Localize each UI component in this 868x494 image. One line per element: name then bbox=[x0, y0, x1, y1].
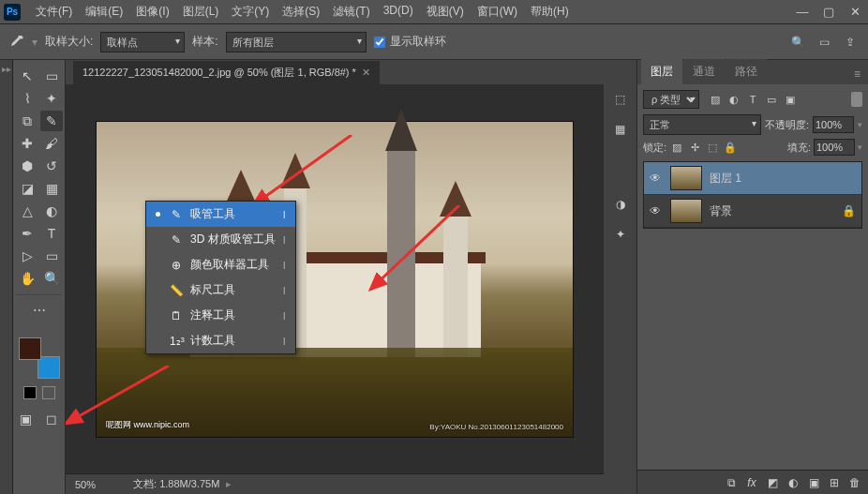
fill-input[interactable] bbox=[814, 139, 855, 156]
dock-swatches-icon[interactable]: ▦ bbox=[608, 118, 633, 141]
close-tab-icon[interactable]: ✕ bbox=[362, 67, 370, 79]
hand-tool[interactable]: ✋ bbox=[16, 268, 38, 289]
document-tab[interactable]: 12122227_123051482000_2.jpg @ 50% (图层 1,… bbox=[73, 61, 380, 84]
menu-edit[interactable]: 编辑(E) bbox=[80, 0, 128, 23]
blend-mode-select[interactable]: 正常 bbox=[643, 114, 761, 135]
filter-shape-icon[interactable]: ▭ bbox=[763, 91, 780, 108]
menu-select[interactable]: 选择(S) bbox=[277, 0, 325, 23]
flyout-color-sampler[interactable]: ⊕ 颜色取样器工具 I bbox=[146, 252, 295, 277]
menu-view[interactable]: 视图(V) bbox=[421, 0, 470, 23]
shape-tool[interactable]: ▭ bbox=[40, 246, 63, 266]
visibility-icon[interactable]: 👁 bbox=[650, 204, 663, 217]
menu-3d[interactable]: 3D(D) bbox=[378, 0, 419, 23]
minimize-button[interactable]: — bbox=[789, 3, 816, 22]
tab-layers[interactable]: 图层 bbox=[641, 59, 682, 84]
quick-mask-icon[interactable] bbox=[42, 386, 55, 399]
close-button[interactable]: ✕ bbox=[842, 3, 868, 22]
layer-row[interactable]: 👁 背景 🔒 bbox=[644, 195, 861, 228]
new-layer-icon[interactable]: ⊞ bbox=[827, 475, 842, 490]
layer-name[interactable]: 图层 1 bbox=[710, 171, 741, 187]
quick-select-tool[interactable]: ✦ bbox=[40, 88, 63, 109]
menu-help[interactable]: 帮助(H) bbox=[525, 0, 575, 23]
edit-toolbar-button[interactable]: ⋯ bbox=[28, 300, 51, 321]
lock-label: 锁定: bbox=[643, 141, 666, 155]
menu-type[interactable]: 文字(Y) bbox=[226, 0, 275, 23]
dodge-tool[interactable]: ◐ bbox=[40, 201, 63, 221]
filter-type-icon[interactable]: T bbox=[744, 91, 761, 108]
show-ring-checkbox-wrap[interactable]: 显示取样环 bbox=[374, 34, 446, 50]
sample-size-select[interactable]: 取样点 bbox=[100, 32, 185, 52]
layer-filter-select[interactable]: ρ 类型 bbox=[643, 90, 699, 109]
menu-image[interactable]: 图像(I) bbox=[130, 0, 174, 23]
lock-pixels-icon[interactable]: ▨ bbox=[669, 140, 684, 155]
eraser-tool[interactable]: ◪ bbox=[16, 178, 38, 199]
foreground-color-swatch[interactable] bbox=[19, 337, 41, 360]
dock-color-icon[interactable]: ⬚ bbox=[608, 88, 633, 111]
flyout-count[interactable]: 1₂³ 计数工具 I bbox=[146, 328, 295, 353]
color-swatches[interactable] bbox=[19, 337, 60, 379]
default-colors-icon[interactable] bbox=[23, 386, 37, 399]
pen-tool[interactable]: ✒ bbox=[16, 223, 38, 244]
menu-filter[interactable]: 滤镜(T) bbox=[327, 0, 375, 23]
zoom-level[interactable]: 50% bbox=[75, 479, 96, 490]
workspace-icon[interactable]: ▭ bbox=[816, 35, 832, 50]
tab-channels[interactable]: 通道 bbox=[683, 59, 725, 84]
clone-stamp-tool[interactable]: ⬢ bbox=[16, 156, 38, 176]
lock-position-icon[interactable]: ✢ bbox=[687, 140, 702, 155]
flyout-ruler[interactable]: 📏 标尺工具 I bbox=[146, 277, 295, 303]
brush-tool[interactable]: 🖌 bbox=[40, 133, 63, 154]
lock-artboard-icon[interactable]: ⬚ bbox=[705, 140, 720, 155]
gradient-tool[interactable]: ▦ bbox=[40, 178, 63, 199]
blur-tool[interactable]: △ bbox=[16, 201, 38, 221]
menu-file[interactable]: 文件(F) bbox=[30, 0, 78, 23]
dock-styles-icon[interactable]: ✦ bbox=[608, 223, 633, 246]
visibility-icon[interactable]: 👁 bbox=[650, 172, 663, 185]
panel-menu-icon[interactable]: ≡ bbox=[846, 64, 868, 84]
collapse-arrows-icon[interactable]: ▸▸ bbox=[2, 64, 11, 74]
type-tool[interactable]: T bbox=[40, 223, 63, 244]
show-ring-checkbox[interactable] bbox=[374, 37, 385, 48]
history-brush-tool[interactable]: ↺ bbox=[40, 156, 63, 176]
layer-name[interactable]: 背景 bbox=[710, 203, 732, 219]
marquee-tool[interactable]: ▭ bbox=[40, 66, 63, 86]
flyout-note[interactable]: 🗒 注释工具 I bbox=[146, 303, 295, 328]
opacity-input[interactable] bbox=[813, 116, 854, 133]
lasso-tool[interactable]: ⌇ bbox=[16, 88, 38, 109]
screen-mode2-icon[interactable]: ◻ bbox=[42, 409, 63, 429]
crop-tool[interactable]: ⧉ bbox=[16, 111, 38, 131]
group-icon[interactable]: ▣ bbox=[806, 475, 821, 490]
annotation-arrow-2 bbox=[366, 205, 469, 299]
zoom-tool[interactable]: 🔍 bbox=[40, 268, 63, 289]
tab-paths[interactable]: 路径 bbox=[726, 59, 767, 84]
lock-all-icon[interactable]: 🔒 bbox=[723, 140, 738, 155]
status-caret-icon[interactable]: ▸ bbox=[226, 478, 232, 489]
adjustment-layer-icon[interactable]: ◐ bbox=[786, 475, 801, 490]
path-select-tool[interactable]: ▷ bbox=[16, 246, 38, 266]
layer-thumbnail[interactable] bbox=[670, 166, 702, 190]
move-tool[interactable]: ↖ bbox=[16, 66, 38, 86]
sample-select[interactable]: 所有图层 bbox=[226, 32, 367, 52]
annotation-arrow-3 bbox=[66, 366, 178, 431]
right-panels: ⬚ ▦ ◑ ✦ 图层 通道 路径 ≡ ρ 类型 ▨ ◐ T ▭ bbox=[604, 60, 868, 494]
delete-layer-icon[interactable]: 🗑 bbox=[847, 475, 862, 490]
layer-thumbnail[interactable] bbox=[670, 199, 702, 223]
filter-pixel-icon[interactable]: ▨ bbox=[707, 91, 724, 108]
maximize-button[interactable]: ▢ bbox=[816, 3, 842, 22]
filter-toggle[interactable] bbox=[851, 92, 862, 107]
link-layers-icon[interactable]: ⧉ bbox=[724, 475, 739, 490]
search-icon[interactable]: 🔍 bbox=[789, 35, 806, 50]
menu-layer[interactable]: 图层(L) bbox=[177, 0, 225, 23]
layer-row[interactable]: 👁 图层 1 bbox=[644, 162, 861, 195]
healing-brush-tool[interactable]: ✚ bbox=[16, 133, 38, 154]
eyedropper-tool[interactable]: ✎ bbox=[40, 111, 63, 131]
layer-fx-icon[interactable]: fx bbox=[744, 475, 759, 490]
filter-smart-icon[interactable]: ▣ bbox=[782, 91, 799, 108]
dock-adjustments-icon[interactable]: ◑ bbox=[608, 193, 633, 216]
screen-mode-icon[interactable]: ▣ bbox=[16, 409, 37, 429]
layer-mask-icon[interactable]: ◩ bbox=[765, 475, 780, 490]
menu-window[interactable]: 窗口(W) bbox=[471, 0, 523, 23]
flyout-eyedropper[interactable]: ✎ 吸管工具 I bbox=[146, 202, 295, 227]
share-icon[interactable]: ⇪ bbox=[842, 35, 859, 50]
filter-adjust-icon[interactable]: ◐ bbox=[726, 91, 742, 108]
flyout-3d-material-eyedropper[interactable]: ✎ 3D 材质吸管工具 I bbox=[146, 227, 295, 252]
